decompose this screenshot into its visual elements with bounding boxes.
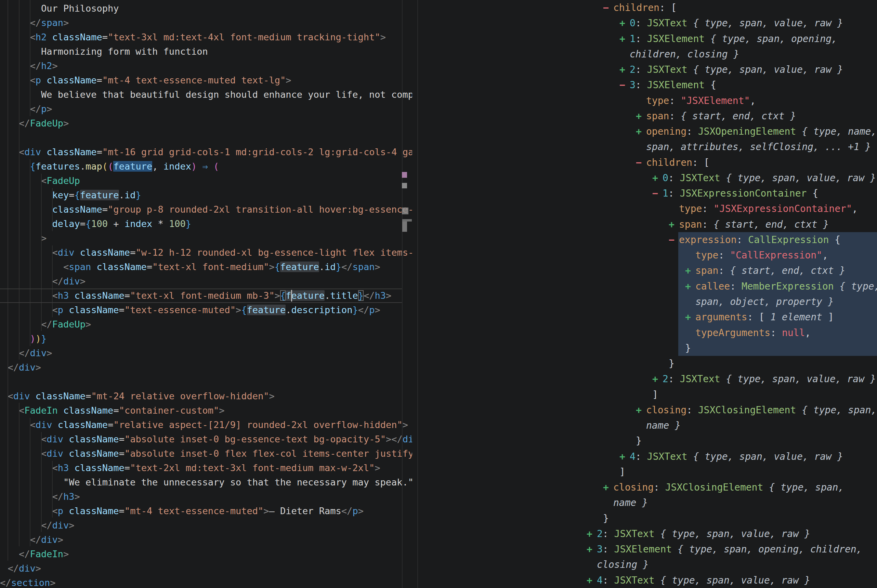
expand-node-icon[interactable]: + (619, 31, 630, 46)
code-editor-pane[interactable]: Our Philosophy</span><h2 className="text… (0, 0, 418, 588)
ast-node-row[interactable]: +4: JSXText { type, span, value, raw } (418, 449, 877, 465)
code-line[interactable]: <p className="text-essence-muted">{featu… (0, 303, 412, 317)
code-token: className (47, 75, 96, 86)
collapse-node-icon[interactable]: − (619, 77, 630, 93)
code-line[interactable]: <h3 className="text-2xl md:text-3xl font… (0, 461, 412, 475)
code-line[interactable]: </FadeUp> (0, 116, 412, 130)
collapse-node-icon[interactable]: − (636, 155, 646, 170)
code-line[interactable]: ))} (0, 332, 412, 346)
code-line[interactable]: <h3 className="text-xl font-medium mb-3"… (0, 288, 412, 303)
ast-node-row[interactable]: +1: JSXElement { type, span, opening, (418, 31, 877, 47)
ast-node-row[interactable]: +3: JSXElement { type, span, opening, ch… (418, 542, 877, 557)
code-line[interactable]: key={feature.id} (0, 188, 412, 202)
collapse-node-icon[interactable]: − (669, 232, 679, 248)
code-token: > (358, 506, 363, 516)
ast-node-row[interactable]: +2: JSXText { type, span, value, raw } (418, 371, 877, 387)
code-line[interactable]: </div> (0, 532, 412, 547)
code-line[interactable] (0, 375, 412, 389)
code-line[interactable]: <FadeIn className="container-custom"> (0, 404, 412, 418)
expand-node-icon[interactable]: + (619, 62, 630, 77)
code-line[interactable]: Our Philosophy (0, 2, 412, 16)
ast-node-row[interactable]: +closing: JSXClosingElement { type, span… (418, 480, 877, 495)
code-line[interactable]: </h2> (0, 59, 412, 73)
ast-node-row[interactable]: −children: [ (418, 0, 877, 16)
ast-node-row[interactable]: +0: JSXText { type, span, value, raw } (418, 170, 877, 186)
expand-node-icon[interactable]: + (652, 371, 662, 387)
ast-node-row[interactable]: type: "JSXElement", (418, 93, 877, 109)
expand-node-icon[interactable]: + (685, 309, 695, 325)
ast-node-row[interactable]: +span: { start, end, ctxt } (418, 217, 877, 232)
code-line[interactable]: </h3> (0, 489, 412, 504)
code-line[interactable]: </div> (0, 518, 412, 532)
code-line[interactable]: </div> (0, 360, 412, 375)
expand-node-icon[interactable]: + (636, 402, 646, 418)
ast-node-row[interactable]: +closing: JSXClosingElement { type, span… (418, 402, 877, 418)
code-token: feature (80, 190, 119, 200)
code-line[interactable]: <h2 className="text-3xl md:text-4xl font… (0, 30, 412, 45)
code-line[interactable]: > (0, 231, 412, 246)
code-line[interactable]: We believe that beautiful design should … (0, 87, 412, 102)
expand-node-icon[interactable]: + (685, 279, 695, 294)
ast-node-row[interactable]: +arguments: [ 1 element ] (418, 309, 877, 325)
ast-node-row[interactable]: +2: JSXText { type, span, value, raw } (418, 526, 877, 542)
code-line[interactable]: </div> (0, 561, 412, 576)
ast-node-row[interactable]: +opening: JSXOpeningElement { type, name… (418, 124, 877, 140)
ast-node-row[interactable]: +0: JSXText { type, span, value, raw } (418, 15, 877, 31)
expand-node-icon[interactable]: + (587, 573, 597, 588)
code-line[interactable]: <FadeUp (0, 174, 412, 188)
ast-token: closing (613, 482, 654, 493)
ast-node-row[interactable]: +span: { start, end, ctxt } (418, 263, 877, 279)
code-line[interactable]: delay={100 + index * 100} (0, 217, 412, 231)
code-line[interactable]: className="group p-8 rounded-2xl transit… (0, 202, 412, 217)
expand-node-icon[interactable]: + (587, 526, 597, 542)
code-line[interactable]: </div> (0, 274, 412, 288)
ast-node-row[interactable]: +span: { start, end, ctxt } (418, 108, 877, 124)
collapse-node-icon[interactable]: − (652, 186, 662, 201)
code-line[interactable]: <p className="mt-4 text-essence-muted te… (0, 73, 412, 87)
expand-node-icon[interactable]: + (636, 108, 646, 124)
ast-token: : (668, 373, 680, 385)
ast-node-row[interactable]: −1: JSXExpressionContainer { (418, 186, 877, 201)
expand-node-icon[interactable]: + (669, 217, 679, 232)
ast-tree-pane[interactable]: −children: [+0: JSXText { type, span, va… (418, 0, 877, 588)
ast-node-row[interactable]: −3: JSXElement { (418, 77, 877, 93)
ast-node-row[interactable]: +2: JSXText { type, span, value, raw } (418, 62, 877, 78)
code-token: className (53, 32, 102, 42)
code-line[interactable]: {features.map((feature, index) ⇒ ( (0, 159, 412, 174)
code-line[interactable]: <div className="absolute inset-0 flex fl… (0, 447, 412, 461)
code-line[interactable]: </FadeIn> (0, 547, 412, 561)
code-line[interactable]: <span className="text-xl font-medium">{f… (0, 260, 412, 274)
code-line[interactable]: <p className="mt-4 text-essence-muted">—… (0, 504, 412, 518)
expand-node-icon[interactable]: + (652, 170, 662, 186)
code-line[interactable]: <div className="mt-16 grid grid-cols-1 m… (0, 145, 412, 159)
code-line[interactable]: Harmonizing form with function (0, 45, 412, 59)
code-line[interactable]: </FadeUp> (0, 317, 412, 332)
expand-node-icon[interactable]: + (587, 542, 597, 557)
code-line[interactable]: <div className="relative aspect-[21/9] r… (0, 418, 412, 432)
code-line[interactable]: <div className="w-12 h-12 rounded-xl bg-… (0, 246, 412, 260)
code-token: = (119, 434, 125, 444)
code-line[interactable]: </section> (0, 576, 412, 588)
ast-node-row[interactable]: type: "JSXExpressionContainer", (418, 201, 877, 217)
code-line[interactable]: "We eliminate the unnecessary so that th… (0, 475, 412, 489)
code-editor-viewport[interactable]: Our Philosophy</span><h2 className="text… (0, 0, 412, 588)
ast-node-row[interactable]: +4: JSXText { type, span, value, raw } (418, 573, 877, 588)
expand-node-icon[interactable]: + (603, 480, 613, 495)
expand-node-icon[interactable]: + (636, 124, 646, 139)
code-line[interactable] (0, 130, 412, 145)
code-line[interactable]: </span> (0, 16, 412, 30)
expand-node-icon[interactable]: + (685, 263, 695, 278)
ast-node-row[interactable]: type: "CallExpression", (418, 248, 877, 263)
ast-node-row[interactable]: −children: [ (418, 155, 877, 171)
ast-node-row[interactable]: −expression: CallExpression { (418, 232, 877, 248)
code-line[interactable]: </div> (0, 346, 412, 360)
expand-node-icon[interactable]: + (619, 449, 630, 464)
code-line[interactable]: <div className="mt-24 relative overflow-… (0, 389, 412, 404)
expand-node-icon[interactable]: + (619, 15, 630, 31)
collapse-node-icon[interactable]: − (603, 0, 613, 15)
code-token: = (69, 190, 74, 200)
ast-node-row[interactable]: typeArguments: null, (418, 325, 877, 341)
code-line[interactable]: <div className="absolute inset-0 bg-esse… (0, 432, 412, 447)
ast-node-row[interactable]: +callee: MemberExpression { type, (418, 279, 877, 294)
code-line[interactable]: </p> (0, 102, 412, 116)
